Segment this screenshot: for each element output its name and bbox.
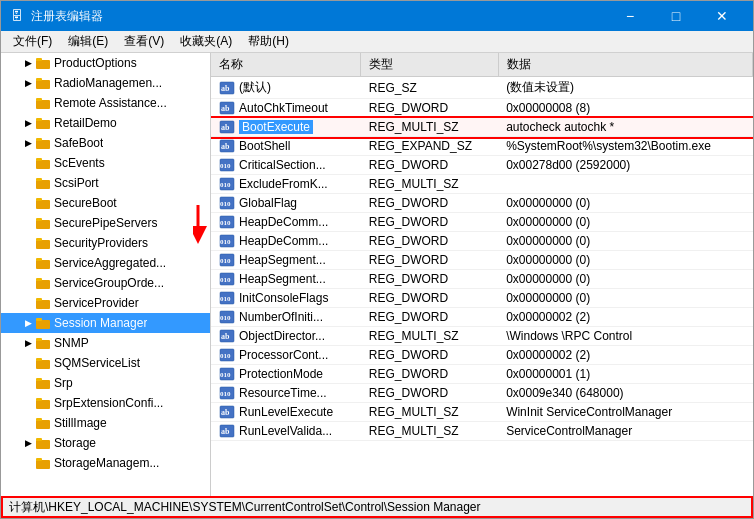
tree-item[interactable]: SecurityProviders [1, 233, 210, 253]
reg-data-cell: \Windows \RPC Control [498, 327, 752, 346]
tree-item[interactable]: ▶RetailDemo [1, 113, 210, 133]
table-row[interactable]: 010ResourceTime...REG_DWORD0x0009e340 (6… [211, 384, 753, 403]
reg-type-cell: REG_MULTI_SZ [361, 422, 498, 441]
tree-item[interactable]: ▶SafeBoot [1, 133, 210, 153]
table-row[interactable]: 010NumberOfIniti...REG_DWORD0x00000002 (… [211, 308, 753, 327]
tree-item[interactable]: StorageManagem... [1, 453, 210, 473]
minimize-button[interactable]: − [607, 1, 653, 31]
menu-file[interactable]: 文件(F) [5, 31, 60, 52]
table-row[interactable]: abBootShellREG_EXPAND_SZ%SystemRoot%\sys… [211, 137, 753, 156]
close-button[interactable]: ✕ [699, 1, 745, 31]
tree-item[interactable]: ▶RadioManagemen... [1, 73, 210, 93]
tree-panel[interactable]: ▶ProductOptions▶RadioManagemen... Remote… [1, 53, 211, 496]
svg-text:ab: ab [221, 84, 230, 93]
reg-name-cell: abObjectDirector... [211, 327, 361, 346]
tree-expand-arrow [21, 296, 35, 310]
tree-item-label: ScEvents [54, 156, 105, 170]
tree-expand-arrow [21, 156, 35, 170]
table-row[interactable]: 010ExcludeFromK...REG_MULTI_SZ [211, 175, 753, 194]
tree-item[interactable]: ServiceProvider [1, 293, 210, 313]
col-name: 名称 [211, 53, 361, 77]
menu-help[interactable]: 帮助(H) [240, 31, 297, 52]
tree-item-label: Storage [54, 436, 96, 450]
svg-rect-14 [36, 200, 50, 209]
tree-item[interactable]: ServiceGroupOrde... [1, 273, 210, 293]
reg-name-text: HeapDeComm... [239, 234, 328, 248]
tree-item[interactable]: SQMServiceList [1, 353, 210, 373]
svg-text:010: 010 [220, 276, 231, 284]
reg-type-cell: REG_DWORD [361, 232, 498, 251]
table-row[interactable]: 010ProcessorCont...REG_DWORD0x00000002 (… [211, 346, 753, 365]
folder-icon [35, 216, 51, 230]
table-row[interactable]: 010CriticalSection...REG_DWORD0x00278d00… [211, 156, 753, 175]
reg-data-cell: autocheck autochk * [498, 118, 752, 137]
svg-text:ab: ab [221, 123, 230, 132]
tree-item[interactable]: Srp [1, 373, 210, 393]
tree-item-label: RetailDemo [54, 116, 117, 130]
table-row[interactable]: 010HeapDeComm...REG_DWORD0x00000000 (0) [211, 232, 753, 251]
tree-item[interactable]: Remote Assistance... [1, 93, 210, 113]
reg-type-icon: ab [219, 424, 235, 438]
reg-name-text: (默认) [239, 79, 271, 96]
app-icon: 🗄 [9, 8, 25, 24]
tree-expand-arrow [21, 256, 35, 270]
registry-table-container[interactable]: 名称 类型 数据 ab(默认)REG_SZ(数值未设置)abAutoChkTim… [211, 53, 753, 496]
tree-item[interactable]: ScsiPort [1, 173, 210, 193]
reg-type-icon: 010 [219, 272, 235, 286]
tree-item[interactable]: ▶SNMP [1, 333, 210, 353]
table-row[interactable]: 010HeapSegment...REG_DWORD0x00000000 (0) [211, 251, 753, 270]
svg-rect-20 [36, 260, 50, 269]
folder-icon [35, 136, 51, 150]
svg-rect-7 [36, 118, 42, 121]
table-row[interactable]: 010HeapSegment...REG_DWORD0x00000000 (0) [211, 270, 753, 289]
tree-item[interactable]: ServiceAggregated... [1, 253, 210, 273]
svg-rect-32 [36, 380, 50, 389]
table-row[interactable]: 010HeapDeComm...REG_DWORD0x00000000 (0) [211, 213, 753, 232]
reg-name-cell: 010HeapSegment... [211, 270, 361, 289]
reg-name-text: HeapSegment... [239, 272, 326, 286]
tree-item-label: StorageManagem... [54, 456, 159, 470]
svg-rect-17 [36, 218, 42, 221]
maximize-button[interactable]: □ [653, 1, 699, 31]
table-row[interactable]: ab(默认)REG_SZ(数值未设置) [211, 77, 753, 99]
tree-item[interactable]: ▶ProductOptions [1, 53, 210, 73]
folder-icon [35, 436, 51, 450]
tree-expand-arrow: ▶ [21, 136, 35, 150]
reg-data-cell: 0x00278d00 (2592000) [498, 156, 752, 175]
tree-item[interactable]: ▶Session Manager [1, 313, 210, 333]
table-row[interactable]: 010ProtectionModeREG_DWORD0x00000001 (1) [211, 365, 753, 384]
svg-text:010: 010 [220, 257, 231, 265]
svg-rect-26 [36, 320, 50, 329]
tree-item[interactable]: SecureBoot [1, 193, 210, 213]
table-row[interactable]: abRunLevelValida...REG_MULTI_SZServiceCo… [211, 422, 753, 441]
svg-text:ab: ab [221, 427, 230, 436]
folder-icon [35, 156, 51, 170]
table-row[interactable]: abObjectDirector...REG_MULTI_SZ\Windows … [211, 327, 753, 346]
tree-expand-arrow [21, 236, 35, 250]
titlebar-left: 🗄 注册表编辑器 [9, 8, 103, 25]
table-row[interactable]: 010InitConsoleFlagsREG_DWORD0x00000000 (… [211, 289, 753, 308]
svg-rect-37 [36, 418, 42, 421]
tree-item[interactable]: ScEvents [1, 153, 210, 173]
tree-item[interactable]: ▶Storage [1, 433, 210, 453]
reg-data-cell: 0x00000002 (2) [498, 346, 752, 365]
tree-item-label: ProductOptions [54, 56, 137, 70]
table-row[interactable]: abAutoChkTimeoutREG_DWORD0x00000008 (8) [211, 99, 753, 118]
tree-item[interactable]: SrpExtensionConfi... [1, 393, 210, 413]
tree-expand-arrow: ▶ [21, 336, 35, 350]
table-row[interactable]: abRunLevelExecuteREG_MULTI_SZWinInit Ser… [211, 403, 753, 422]
table-row[interactable]: 010GlobalFlagREG_DWORD0x00000000 (0) [211, 194, 753, 213]
table-row[interactable]: abBootExecuteREG_MULTI_SZautocheck autoc… [211, 118, 753, 137]
reg-name-text: ProcessorCont... [239, 348, 328, 362]
reg-type-icon: 010 [219, 234, 235, 248]
reg-data-cell: 0x00000000 (0) [498, 213, 752, 232]
menu-edit[interactable]: 编辑(E) [60, 31, 116, 52]
svg-rect-24 [36, 300, 50, 309]
main-area: ▶ProductOptions▶RadioManagemen... Remote… [1, 53, 753, 496]
svg-rect-38 [36, 440, 50, 449]
tree-item[interactable]: SecurePipeServers [1, 213, 210, 233]
menu-view[interactable]: 查看(V) [116, 31, 172, 52]
tree-item[interactable]: StillImage [1, 413, 210, 433]
menu-favorites[interactable]: 收藏夹(A) [172, 31, 240, 52]
folder-icon [35, 296, 51, 310]
